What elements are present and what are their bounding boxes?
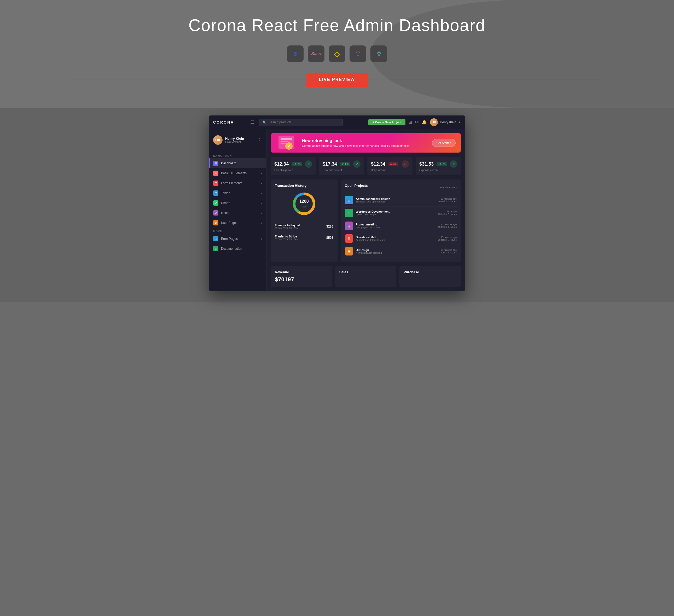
project-meta-0: 15 minutes ago 30 tasks, 5 issues — [438, 198, 457, 203]
project-info-4: UI Design New application planning — [356, 248, 436, 254]
sales-title: Sales — [339, 270, 392, 274]
main-layout: HK Henry Klein Gold Member ⋮ Navigation … — [209, 129, 465, 291]
stat-arrow-2: ↙ — [402, 160, 409, 168]
stat-value-0: $12.34 — [274, 161, 289, 167]
figma-icon[interactable]: ⬡ — [350, 45, 366, 62]
project-name-1: Wordpress Development — [356, 210, 436, 213]
chevron-icon: ▾ — [261, 222, 262, 224]
stat-arrow-3: ↗ — [450, 160, 457, 168]
project-time-1: 1 hour ago — [438, 210, 457, 213]
sidebar-user-info: Henry Klein Gold Member — [225, 137, 244, 143]
project-info-0: Admin dashboard design Broadcast web app… — [356, 197, 436, 203]
chevron-icon: ▾ — [261, 192, 262, 195]
sidebar-item-error-pages[interactable]: ⊡ Error Pages ▾ — [209, 234, 266, 244]
sidebar-item-icons[interactable]: ◎ Icons ▾ — [209, 208, 266, 218]
chevron-icon: ▾ — [261, 202, 262, 205]
project-tasks-2: 15 tasks, 2 issues — [438, 226, 457, 228]
banner-title: New refreshing look — [302, 138, 410, 143]
transaction-item-0: Transfer to Paypal 07 Jan 2019, 09:12AM … — [275, 221, 333, 232]
nav-actions: + Create New Project ⊞ ✉ 🔔 HK Henry Klei… — [368, 118, 461, 126]
top-navbar: CORONA ☰ 🔍 + Create New Project ⊞ ✉ 🔔 HK… — [209, 115, 465, 129]
stats-row: $12.34 +3.5% ↗ Potential growth $17.34 +… — [271, 157, 461, 175]
sidebar-label-tables: Tables — [221, 191, 230, 195]
stat-card-0: $12.34 +3.5% ↗ Potential growth — [271, 157, 316, 175]
donut-label: Total — [302, 205, 307, 208]
project-desc-3: Sent release details to team — [356, 239, 436, 241]
grid-icon-button[interactable]: ⊞ — [409, 120, 412, 125]
user-dropdown[interactable]: HK Henry Klein ▼ — [430, 118, 461, 126]
purchase-title: Purchase — [404, 270, 457, 274]
mail-icon-button[interactable]: ✉ — [415, 120, 419, 125]
sidebar-user-name: Henry Klein — [225, 137, 244, 140]
bell-icon-button[interactable]: 🔔 — [422, 120, 427, 125]
sass-icon[interactable]: Sass — [308, 45, 324, 62]
project-icon-0: ⊞ — [345, 196, 353, 204]
project-info-1: Wordpress Development Upload new design — [356, 210, 436, 216]
chevron-icon: ▾ — [261, 172, 262, 175]
charts-icon: ↗ — [213, 200, 218, 206]
donut-chart: 1200 Total — [291, 191, 317, 217]
transaction-date-1: 07 Jan 2019, 09:12AM — [275, 238, 299, 241]
project-time-3: 55 minutes ago — [438, 236, 457, 239]
sidebar-label-form: Form Elements — [221, 181, 242, 185]
transaction-name-1: Tranfer to Stripe — [275, 235, 299, 238]
sidebar-label-icons: Icons — [221, 211, 229, 215]
banner-text: New refreshing look Corona admin templat… — [302, 138, 410, 147]
sidebar-menu-dots[interactable]: ⋮ — [257, 137, 262, 143]
bottom-row: Revenue $70197 Sales Purchase — [271, 266, 461, 287]
sidebar-item-documentation[interactable]: ≡ Documentation — [209, 244, 266, 254]
css3-icon[interactable]: 3 — [287, 45, 304, 62]
sidebar-item-form-elements[interactable]: ⊡ Form Elements ▾ — [209, 178, 266, 188]
stat-badge-1: +11% — [340, 162, 350, 166]
sidebar-item-user-pages[interactable]: ◉ User Pages ▾ — [209, 218, 266, 228]
chevron-icon: ▾ — [261, 237, 262, 240]
sidebar-avatar: HK — [213, 135, 223, 145]
banner-illustration: ✓ — [273, 133, 299, 152]
projects-status-label: Your data status — [440, 186, 457, 189]
sidebar-item-tables[interactable]: ⊞ Tables ▾ — [209, 188, 266, 198]
transaction-title: Transaction History — [275, 183, 333, 188]
sketch-icon[interactable]: ◇ — [329, 45, 345, 62]
user-name: Henry Klein — [440, 120, 456, 124]
project-name-4: UI Design — [356, 248, 436, 252]
search-input[interactable] — [268, 120, 339, 124]
react-icon[interactable]: ⚛ — [370, 45, 387, 62]
sidebar-item-basic-ui[interactable]: ☰ Basic UI Elements ▾ — [209, 168, 266, 178]
transaction-list: Transfer to Paypal 07 Jan 2019, 09:12AM … — [275, 221, 333, 243]
sidebar-label-dashboard: Dashboard — [221, 161, 236, 165]
promo-banner: ✓ New refreshing look Corona admin templ… — [271, 133, 461, 152]
donut-chart-container: 1200 Total — [275, 191, 333, 217]
stat-card-1: $17.34 +11% ↗ Revenue current — [319, 157, 364, 175]
stat-value-3: $31.53 — [419, 161, 434, 167]
revenue-title: Revenue — [275, 270, 328, 274]
hamburger-icon[interactable]: ☰ — [250, 120, 254, 125]
transaction-name-0: Transfer to Paypal — [275, 224, 300, 227]
banner-description: Corona admin template now with a new fac… — [302, 144, 410, 147]
donut-value: 1200 — [299, 199, 309, 204]
project-info-2: Project meeting New project discussion — [356, 223, 436, 229]
dashboard-frame: CORONA ☰ 🔍 + Create New Project ⊞ ✉ 🔔 HK… — [209, 115, 465, 291]
sidebar-more-label: More — [209, 228, 266, 234]
panels-row: Transaction History — [271, 179, 461, 262]
search-bar[interactable]: 🔍 — [259, 119, 343, 126]
project-item-4: ◉ UI Design New application planning 50 … — [345, 245, 457, 258]
stat-badge-2: -2.4% — [388, 162, 399, 166]
tables-icon: ⊞ — [213, 191, 218, 196]
sidebar-nav-label: Navigation — [209, 152, 266, 158]
sidebar-user-section: HK Henry Klein Gold Member ⋮ — [209, 133, 266, 149]
sidebar-item-charts[interactable]: ↗ Charts ▾ — [209, 198, 266, 208]
purchase-panel: Purchase — [400, 266, 461, 287]
project-meta-3: 55 minutes ago 35 tasks, 7 issues — [438, 236, 457, 241]
create-project-button[interactable]: + Create New Project — [368, 119, 406, 125]
sidebar-item-dashboard[interactable]: ⊞ Dashboard — [209, 158, 266, 168]
live-preview-button[interactable]: LIVE PREVIEW — [306, 73, 368, 87]
stat-label-3: Expense current — [419, 169, 457, 172]
stat-value-1: $17.34 — [323, 161, 337, 167]
project-tasks-3: 35 tasks, 7 issues — [438, 239, 457, 241]
revenue-panel: Revenue $70197 — [271, 266, 332, 287]
project-icon-4: ◉ — [345, 247, 353, 255]
project-icon-2: ◎ — [345, 222, 353, 230]
documentation-icon: ≡ — [213, 246, 218, 251]
banner-cta-button[interactable]: Get Started — [432, 139, 456, 147]
sidebar-label-user-pages: User Pages — [221, 221, 237, 225]
